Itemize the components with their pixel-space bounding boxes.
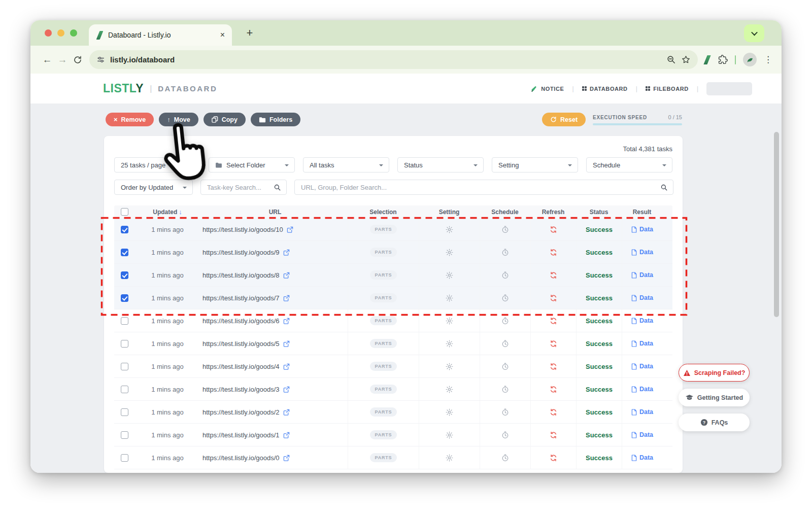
row-schedule[interactable] (480, 424, 530, 446)
row-checkbox[interactable] (121, 317, 128, 325)
row-refresh[interactable] (530, 309, 576, 332)
result-link[interactable]: Data (639, 249, 653, 256)
result-link[interactable]: Data (639, 226, 653, 233)
row-schedule[interactable] (480, 287, 530, 309)
scraping-failed-button[interactable]: Scraping Failed? (679, 364, 750, 382)
nav-fileboard[interactable]: FILEBOARD (646, 86, 689, 92)
clock-icon[interactable] (501, 271, 509, 279)
refresh-icon[interactable] (550, 226, 557, 233)
new-tab-button[interactable]: + (243, 26, 257, 40)
nav-notice[interactable]: NOTICE (530, 85, 564, 92)
clock-icon[interactable] (501, 340, 509, 348)
gear-icon[interactable] (446, 454, 453, 462)
all-tasks-select[interactable]: All tasks (303, 157, 389, 173)
reload-button[interactable] (70, 55, 85, 64)
row-checkbox[interactable] (121, 249, 128, 256)
clock-icon[interactable] (501, 386, 509, 393)
clock-icon[interactable] (501, 454, 509, 462)
task-key-search-input[interactable]: Task-key Search... (200, 180, 287, 195)
row-url[interactable]: https://test.listly.io/goods/10 (202, 226, 283, 233)
refresh-icon[interactable] (550, 386, 557, 393)
row-schedule[interactable] (480, 218, 530, 240)
row-url[interactable]: https://test.listly.io/goods/8 (202, 271, 280, 279)
row-url[interactable]: https://test.listly.io/goods/5 (202, 340, 280, 348)
row-refresh[interactable] (530, 264, 576, 286)
row-setting[interactable] (419, 446, 480, 469)
refresh-icon[interactable] (550, 363, 557, 370)
row-checkbox[interactable] (121, 454, 128, 462)
gear-icon[interactable] (446, 408, 453, 416)
browser-tab[interactable]: Databoard - Listly.io × (89, 24, 232, 46)
row-url[interactable]: https://test.listly.io/goods/9 (202, 249, 280, 256)
account-placeholder[interactable] (706, 82, 752, 95)
url-search-input[interactable]: URL, Group, Folder Search... (294, 180, 673, 195)
clock-icon[interactable] (501, 226, 509, 233)
browser-menu-button[interactable]: ⋮ (764, 54, 772, 65)
result-link[interactable]: Data (639, 386, 653, 393)
external-link-icon[interactable] (283, 318, 290, 324)
row-url[interactable]: https://test.listly.io/goods/6 (202, 317, 280, 325)
result-link[interactable]: Data (639, 363, 653, 370)
url-text[interactable]: listly.io/databoard (110, 55, 661, 64)
row-schedule[interactable] (480, 355, 530, 377)
refresh-icon[interactable] (550, 408, 557, 416)
row-schedule[interactable] (480, 241, 530, 263)
url-bar[interactable]: listly.io/databoard (89, 50, 698, 69)
page-scrollbar[interactable] (774, 132, 779, 317)
external-link-icon[interactable] (283, 409, 290, 416)
row-checkbox[interactable] (121, 363, 128, 370)
row-url[interactable]: https://test.listly.io/goods/7 (202, 294, 280, 302)
external-link-icon[interactable] (283, 295, 290, 301)
row-refresh[interactable] (530, 378, 576, 400)
row-schedule[interactable] (480, 378, 530, 400)
clock-icon[interactable] (501, 431, 509, 439)
clock-icon[interactable] (501, 317, 509, 325)
result-link[interactable]: Data (639, 340, 653, 347)
setting-select[interactable]: Setting (492, 157, 578, 173)
remove-button[interactable]: × Remove (106, 113, 154, 126)
refresh-icon[interactable] (550, 431, 557, 439)
row-url[interactable]: https://test.listly.io/goods/3 (202, 386, 280, 393)
row-refresh[interactable] (530, 355, 576, 377)
profile-avatar[interactable] (743, 53, 757, 66)
getting-started-button[interactable]: Getting Started (679, 389, 750, 406)
back-button[interactable]: ← (40, 54, 55, 65)
tab-search-button[interactable] (744, 24, 764, 42)
row-checkbox[interactable] (121, 408, 128, 416)
header-updated[interactable]: Updated↓ (134, 205, 200, 218)
external-link-icon[interactable] (283, 272, 290, 279)
bookmark-star-icon[interactable] (681, 55, 691, 64)
row-setting[interactable] (419, 241, 480, 263)
row-schedule[interactable] (480, 309, 530, 332)
clock-icon[interactable] (501, 408, 509, 416)
select-all-checkbox[interactable] (121, 208, 128, 216)
row-schedule[interactable] (480, 446, 530, 469)
gear-icon[interactable] (446, 363, 453, 370)
result-link[interactable]: Data (639, 431, 653, 438)
site-settings-icon[interactable] (96, 55, 105, 64)
row-refresh[interactable] (530, 218, 576, 240)
external-link-icon[interactable] (283, 249, 290, 256)
zoom-icon[interactable] (666, 55, 676, 64)
row-refresh[interactable] (530, 446, 576, 469)
close-window-button[interactable] (45, 29, 52, 37)
row-refresh[interactable] (530, 287, 576, 309)
row-setting[interactable] (419, 218, 480, 240)
nav-databoard[interactable]: DATABOARD (582, 86, 628, 92)
row-setting[interactable] (419, 264, 480, 286)
external-link-icon[interactable] (283, 363, 290, 370)
schedule-select[interactable]: Schedule (586, 157, 672, 173)
status-select[interactable]: Status (397, 157, 484, 173)
faqs-button[interactable]: ? FAQs (679, 413, 750, 431)
result-link[interactable]: Data (639, 317, 653, 324)
result-link[interactable]: Data (639, 294, 653, 301)
refresh-icon[interactable] (550, 249, 557, 256)
gear-icon[interactable] (446, 317, 453, 325)
gear-icon[interactable] (446, 386, 453, 393)
minimize-window-button[interactable] (57, 29, 64, 37)
row-url[interactable]: https://test.listly.io/goods/1 (202, 431, 280, 439)
clock-icon[interactable] (501, 363, 509, 370)
row-refresh[interactable] (530, 332, 576, 355)
external-link-icon[interactable] (283, 386, 290, 393)
refresh-icon[interactable] (550, 317, 557, 325)
